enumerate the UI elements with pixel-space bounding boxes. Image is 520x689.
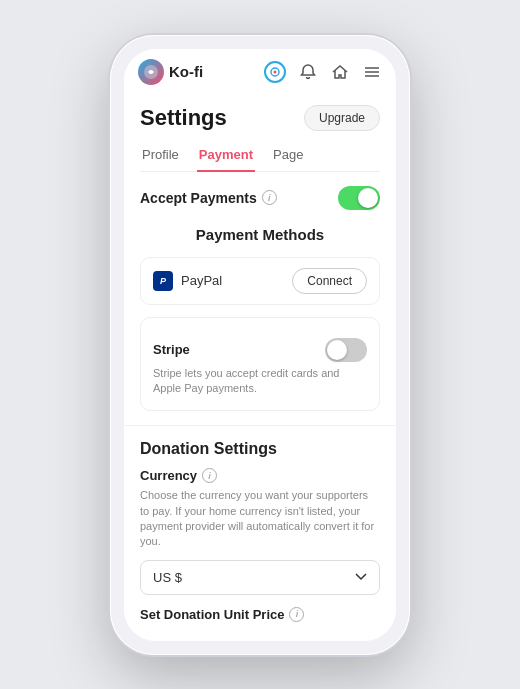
currency-description: Choose the currency you want your suppor… — [140, 488, 380, 550]
tabs-container: Profile Payment Page — [140, 141, 380, 172]
stripe-section: Stripe Stripe lets you accept credit car… — [153, 328, 367, 401]
app-logo-icon[interactable] — [138, 59, 164, 85]
accept-payments-toggle[interactable] — [338, 186, 380, 210]
tab-profile[interactable]: Profile — [140, 141, 181, 172]
paypal-label: PayPal — [181, 273, 222, 288]
content-area: Settings Upgrade Profile Payment Page Ac… — [124, 93, 396, 641]
tab-page[interactable]: Page — [271, 141, 305, 172]
accept-payments-info-icon[interactable]: i — [262, 190, 277, 205]
set-donation-unit-price-label: Set Donation Unit Price — [140, 607, 284, 622]
accept-payments-row: Accept Payments i — [140, 186, 380, 210]
paypal-row: P PayPal Connect — [153, 268, 367, 294]
accept-payments-label: Accept Payments i — [140, 190, 277, 206]
paypal-left: P PayPal — [153, 271, 222, 291]
paypal-connect-button[interactable]: Connect — [292, 268, 367, 294]
section-divider — [124, 425, 396, 426]
top-nav: Ko-fi — [124, 49, 396, 93]
currency-select[interactable]: US $ EUR € GBP £ CAD $ AUD $ — [140, 560, 380, 595]
stripe-description: Stripe lets you accept credit cards and … — [153, 366, 367, 397]
stripe-label: Stripe — [153, 342, 190, 357]
phone-shell: Ko-fi — [110, 35, 410, 655]
paypal-card: P PayPal Connect — [140, 257, 380, 305]
payment-methods-section: Payment Methods P PayPal Connect Stripe — [140, 226, 380, 412]
set-donation-unit-price-row: Set Donation Unit Price i — [140, 607, 380, 622]
donation-settings-section: Donation Settings Currency i Choose the … — [140, 440, 380, 622]
home-icon[interactable] — [330, 62, 350, 82]
currency-label-row: Currency i — [140, 468, 380, 483]
stripe-toggle[interactable] — [325, 338, 367, 362]
phone-inner: Ko-fi — [124, 49, 396, 641]
set-donation-info-icon[interactable]: i — [289, 607, 304, 622]
menu-icon[interactable] — [362, 62, 382, 82]
stripe-row: Stripe — [153, 338, 367, 362]
upgrade-button[interactable]: Upgrade — [304, 105, 380, 131]
svg-point-2 — [274, 70, 277, 73]
payment-methods-title: Payment Methods — [140, 226, 380, 243]
page-title: Settings — [140, 105, 227, 131]
toggle-knob — [358, 188, 378, 208]
accept-payments-text: Accept Payments — [140, 190, 257, 206]
circle-nav-icon[interactable] — [264, 61, 286, 83]
stripe-card: Stripe Stripe lets you accept credit car… — [140, 317, 380, 412]
bell-icon[interactable] — [298, 62, 318, 82]
app-name: Ko-fi — [169, 63, 203, 80]
currency-label-text: Currency — [140, 468, 197, 483]
donation-settings-title: Donation Settings — [140, 440, 380, 458]
currency-info-icon[interactable]: i — [202, 468, 217, 483]
stripe-toggle-knob — [327, 340, 347, 360]
tab-payment[interactable]: Payment — [197, 141, 255, 172]
settings-header: Settings Upgrade — [140, 105, 380, 131]
nav-icons — [264, 61, 382, 83]
paypal-logo-icon: P — [153, 271, 173, 291]
logo-area: Ko-fi — [138, 59, 256, 85]
